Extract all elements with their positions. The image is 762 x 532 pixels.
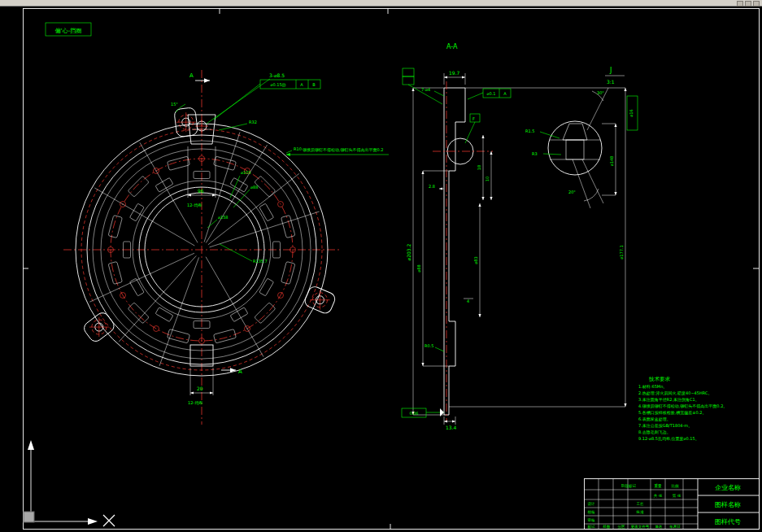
drawing-frame <box>23 8 760 530</box>
tb-cell: 签名 <box>655 525 663 529</box>
dim-label: R1.5 <box>525 129 534 133</box>
spoke-line <box>206 257 263 357</box>
friction-pad <box>108 261 122 284</box>
friction-pad <box>213 156 236 170</box>
dim-label: 20° <box>568 190 576 194</box>
company-name: 企业名称 <box>715 484 741 491</box>
dim-label: 13.4 <box>446 425 457 430</box>
tb-cell: 批准 <box>636 510 645 514</box>
detail-title: J <box>609 67 612 74</box>
tb-cell: 审核 <box>588 518 596 522</box>
drawing-name: 图样名称 <box>715 501 741 508</box>
dim-label: 12-均布 <box>188 400 202 405</box>
dim-label: ⌀103 <box>241 170 251 175</box>
hole-callout: 3-⌀8.5 <box>269 72 285 78</box>
tb-cell: 处数 <box>603 524 612 529</box>
friction-pad <box>255 303 276 324</box>
slot <box>129 278 144 296</box>
spoke-line <box>204 132 240 242</box>
leader-note: 铆接后铆钉不得松动,铆钉头不得高出平面0.2 <box>303 147 384 153</box>
dim-label: ⌀148 <box>609 156 614 167</box>
minimize-button[interactable] <box>737 1 743 7</box>
spoke-line <box>140 142 198 242</box>
friction-pad <box>128 303 149 324</box>
dim-label: ⌀88 <box>416 264 421 272</box>
section-arrow-label: A <box>238 368 242 375</box>
section-title: A-A <box>446 43 458 50</box>
window-buttons[interactable] <box>737 1 760 7</box>
fcf-datum: A <box>300 82 303 87</box>
fcf-value: 0.06 <box>409 411 418 416</box>
dim-label: 4 <box>467 299 469 303</box>
dim-label: ⌀158 <box>218 215 229 220</box>
crosshair-cursor <box>103 515 115 526</box>
drawing-canvas[interactable]: 偏'心-挡圈 <box>0 0 762 532</box>
window-titlebar <box>0 0 762 7</box>
section-view: A-A <box>402 43 625 430</box>
tb-cell: 比例 <box>672 484 680 489</box>
dim-label: 2.8 <box>429 184 435 189</box>
note-line: 3.未注圆角半径R2,未注倒角C1。 <box>638 397 699 403</box>
model-space-marker <box>24 512 34 522</box>
dim-label: ⌀16 <box>629 109 634 116</box>
tb-cell: 更改文件号 <box>631 524 650 529</box>
title-block: 企业名称 图样名称 图样代号 设计 校核 审核 工艺 批准 阶段标记 重量 比例… <box>584 478 760 530</box>
dim-label: 10 <box>485 177 490 181</box>
technical-notes: 技术要求 1.材料:65Mn。 2.热处理:淬火后回火,硬度40~45HRC。 … <box>638 376 727 442</box>
note-line: 4.铆接后铆钉不得松动,铆钉头不得高出平面0.2。 <box>638 403 727 409</box>
fcf-datum: A <box>503 91 507 96</box>
tb-cell: 校核 <box>588 510 596 514</box>
dim-label: R135.7 <box>253 259 268 264</box>
notes-title: 技术要求 <box>648 376 671 382</box>
tb-cell: 阶段标记 <box>621 483 637 489</box>
close-button[interactable] <box>753 1 760 7</box>
fcf-value: ⌀0.15Ⓜ <box>270 82 285 87</box>
fcf-datum: B <box>312 82 316 87</box>
maximize-button[interactable] <box>745 1 751 7</box>
detail-scale: 3:1 <box>607 79 615 85</box>
tb-cell: 重量 <box>655 483 663 488</box>
note-line: 1.材料:65Mn。 <box>638 384 667 390</box>
dim-label: R0.5 <box>425 343 433 348</box>
note-line: 2.热处理:淬火后回火,硬度40~45HRC。 <box>638 390 712 396</box>
friction-pad <box>108 216 122 238</box>
dim-label: 18 <box>477 165 481 170</box>
dim-label: ⌀203.2 <box>406 243 411 260</box>
friction-pad <box>168 156 190 170</box>
tb-cell: 设计 <box>588 501 596 506</box>
tb-cell: 标记 <box>587 524 596 530</box>
spoke-line <box>89 253 194 302</box>
friction-pad <box>281 216 295 238</box>
spoke-line <box>119 255 196 342</box>
view-label-box: 偏'心-挡圈 <box>46 23 91 36</box>
hole-callout: 7-⌀4 <box>421 87 430 92</box>
dim-label: 96 <box>198 188 204 194</box>
dim-label: ⌀88 <box>250 185 258 190</box>
dim-label: ⌀177.1 <box>619 245 624 259</box>
drawing-code: 图样代号 <box>715 518 741 525</box>
friction-pad <box>128 176 149 197</box>
friction-pad <box>213 329 236 343</box>
tb-cell: 工艺 <box>637 501 645 506</box>
dim-label: 15° <box>171 102 178 107</box>
dim-label: 30° <box>597 90 604 95</box>
tb-cell: 分区 <box>618 524 626 529</box>
ucs-icon <box>28 440 98 525</box>
fcf-value: ⌀0.1 <box>487 91 496 96</box>
spoke-line <box>94 188 194 246</box>
slot <box>259 203 274 221</box>
cad-viewport[interactable]: 偏'心-挡圈 <box>0 0 762 532</box>
friction-pad <box>281 261 295 284</box>
dim-label: 19.7 <box>449 70 460 76</box>
dim-label: ⌀83 <box>473 256 478 264</box>
note-line: 5.各槽口按样板检验,槽宽偏差±0.2。 <box>638 410 707 416</box>
view-label: 偏'心-挡圈 <box>55 28 81 34</box>
section-body <box>444 88 465 415</box>
datum-label: F <box>472 116 475 121</box>
note-line: 9.12-⌀8.5孔均布,位置度⌀0.15。 <box>638 436 699 442</box>
slot <box>259 278 274 296</box>
tb-cell: 共 张 <box>654 494 663 498</box>
slot <box>155 307 173 322</box>
friction-pad <box>168 329 190 343</box>
tb-cell: 第 张 <box>673 494 681 498</box>
